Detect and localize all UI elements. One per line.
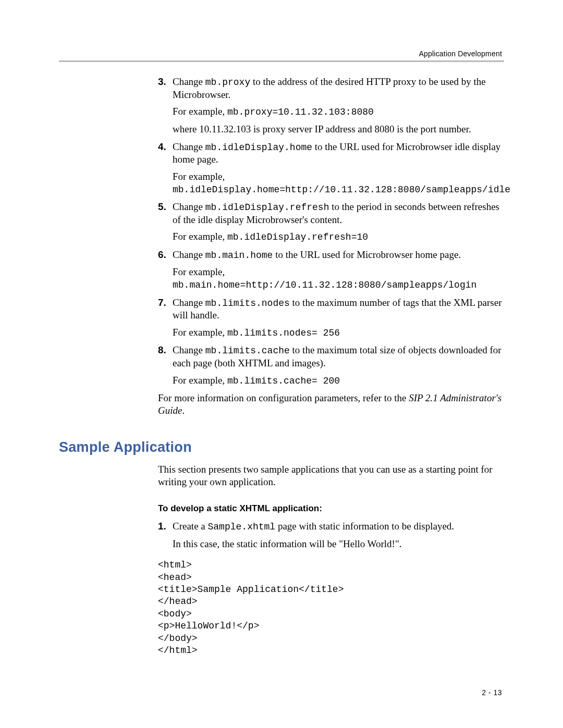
step-number: 3. (158, 76, 166, 88)
page-number: 2 - 13 (482, 688, 502, 697)
step-7: 7. Change mb.limits.nodes to the maximum… (158, 297, 504, 339)
step-example: For example, mb.main.home=http://10.11.3… (173, 266, 504, 291)
sample-step-1: 1. Create a Sample.xhtml page with stati… (158, 520, 504, 550)
step-text: Create a Sample.xhtml page with static i… (173, 520, 504, 533)
section-title-sample-application: Sample Application (59, 439, 504, 456)
step-example: For example, mb.idleDisplay.home=http://… (173, 170, 504, 195)
step-example: For example, mb.proxy=10.11.32.103:8080 (173, 105, 504, 118)
step-text: Change mb.idleDisplay.home to the URL us… (173, 141, 504, 166)
step-number: 4. (158, 141, 166, 153)
step-text: Change mb.limits.nodes to the maximum nu… (173, 297, 504, 322)
header-rule (59, 60, 504, 62)
content-area: 3. Change mb.proxy to the address of the… (59, 76, 504, 657)
step-3: 3. Change mb.proxy to the address of the… (158, 76, 504, 135)
step-note: In this case, the static information wil… (173, 538, 504, 550)
more-info: For more information on configuration pa… (158, 392, 504, 417)
step-number: 5. (158, 201, 166, 213)
page: Application Development 3. Change mb.pro… (0, 0, 563, 728)
step-example: For example, mb.limits.cache= 200 (173, 374, 504, 387)
step-6: 6. Change mb.main.home to the URL used f… (158, 249, 504, 291)
step-example: For example, mb.limits.nodes= 256 (173, 326, 504, 339)
section-intro: This section presents two sample applica… (158, 463, 504, 488)
step-text: Change mb.proxy to the address of the de… (173, 76, 504, 101)
sample-steps: 1. Create a Sample.xhtml page with stati… (158, 520, 504, 550)
step-text: Change mb.main.home to the URL used for … (173, 249, 504, 262)
step-text: Change mb.limits.cache to the maximum to… (173, 344, 504, 369)
step-number: 8. (158, 344, 166, 356)
subheading-static-xhtml: To develop a static XHTML application: (158, 503, 504, 514)
step-4: 4. Change mb.idleDisplay.home to the URL… (158, 141, 504, 196)
step-number: 6. (158, 249, 166, 261)
body-column: 3. Change mb.proxy to the address of the… (158, 76, 504, 417)
step-example: For example, mb.idleDisplay.refresh=10 (173, 230, 504, 243)
running-header: Application Development (419, 50, 502, 58)
step-number: 1. (158, 520, 166, 533)
code-listing: <html> <head> <title>Sample Application<… (158, 559, 504, 657)
step-number: 7. (158, 297, 166, 309)
config-steps: 3. Change mb.proxy to the address of the… (158, 76, 504, 387)
body-column-2: This section presents two sample applica… (158, 463, 504, 657)
step-8: 8. Change mb.limits.cache to the maximum… (158, 344, 504, 387)
step-note: where 10.11.32.103 is proxy server IP ad… (173, 123, 504, 135)
step-text: Change mb.idleDisplay.refresh to the per… (173, 201, 504, 226)
step-5: 5. Change mb.idleDisplay.refresh to the … (158, 201, 504, 243)
